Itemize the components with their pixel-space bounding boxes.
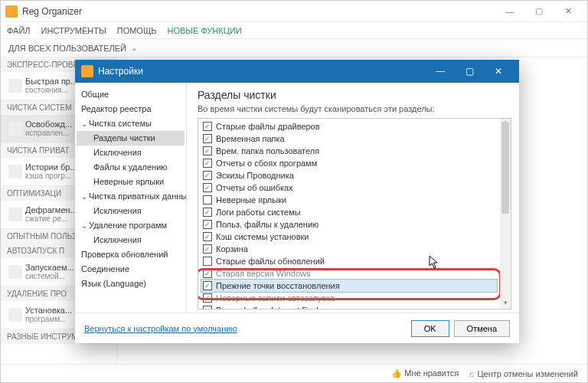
users-dropdown[interactable]: ДЛЯ ВСЕХ ПОЛЬЗОВАТЕЛЕЙ ⌄	[1, 39, 587, 57]
settings-maximize-button[interactable]: ▢	[455, 62, 484, 80]
reset-defaults-link[interactable]: Вернуться к настройкам по умолчанию	[84, 324, 237, 333]
tree-node[interactable]: Чистка системы	[77, 116, 185, 131]
checklist-row[interactable]: ✓Временная папка	[201, 133, 497, 145]
checkbox[interactable]: ✓	[203, 232, 212, 241]
checkbox[interactable]: ✓	[203, 171, 212, 180]
tree-node[interactable]: Исключения	[77, 233, 185, 247]
checklist-row[interactable]: ✓Польз. файлы к удалению	[201, 218, 497, 231]
checklist-row[interactable]: Старые файлы обновлений	[201, 255, 497, 267]
menu-file[interactable]: ФАЙЛ	[7, 26, 31, 35]
checklist-label: Отчеты об ошибках	[216, 183, 293, 192]
settings-minimize-button[interactable]: —	[426, 62, 455, 80]
settings-dialog: Настройки — ▢ ✕ ОбщиеРедактор реестраЧис…	[75, 60, 519, 343]
tree-node[interactable]: Файлы к удалению	[77, 160, 185, 175]
status-bar: 👍 Мне нравится ⎌ Центр отмены изменений	[1, 364, 587, 382]
checklist: ✓Старые файлы драйверов✓Временная папка✓…	[198, 118, 511, 309]
checkbox[interactable]: ✓	[203, 281, 212, 290]
chevron-down-icon: ⌄	[131, 43, 138, 53]
tree-node[interactable]: Редактор реестра	[77, 102, 185, 116]
checklist-row[interactable]: ✓Эскизы Проводника	[201, 169, 497, 182]
checklist-row[interactable]: ✓Неверные записи автозапуска	[201, 292, 497, 304]
checkbox[interactable]: ✓	[203, 269, 212, 278]
scroll-thumb[interactable]	[501, 122, 509, 214]
checklist-label: Эскизы Проводника	[216, 171, 294, 180]
checklist-row[interactable]: ✓Отчеты о сбоях программ	[201, 157, 497, 169]
checklist-label: Корзина	[216, 244, 248, 254]
checklist-row[interactable]: ✓Прежние точки восстановления	[201, 280, 497, 292]
app-title: Reg Organizer	[22, 6, 495, 17]
settings-close-button[interactable]: ✕	[484, 62, 513, 80]
sidebar-item-icon	[8, 208, 22, 221]
tree-node[interactable]: Чистка приватных данных	[77, 189, 185, 204]
ok-button[interactable]: OK	[411, 320, 449, 337]
checklist-label: Прежние точки восстановления	[216, 281, 340, 290]
checklist-row[interactable]: Неверные ярлыки	[201, 194, 497, 206]
checklist-label: Врем. файлы Internet Explorer	[216, 306, 333, 309]
main-menu: ФАЙЛ ИНСТРУМЕНТЫ ПОМОЩЬ НОВЫЕ ФУНКЦИИ	[1, 22, 587, 39]
checkbox[interactable]	[203, 195, 212, 205]
undo-center-link[interactable]: ⎌ Центр отмены изменений	[469, 369, 578, 378]
tree-node[interactable]: Соединение	[77, 262, 185, 277]
checklist-row[interactable]: ✓Отчеты об ошибках	[201, 182, 497, 194]
scroll-down-icon[interactable]: ▾	[500, 299, 511, 309]
checklist-row[interactable]: ✓Врем. папка пользователя	[201, 145, 497, 157]
checklist-row[interactable]: ✓Врем. файлы Internet Explorer	[201, 304, 497, 309]
checklist-row[interactable]: ✓Логи работы системы	[201, 206, 497, 218]
settings-titlebar: Настройки — ▢ ✕	[75, 60, 519, 83]
checkbox[interactable]: ✓	[203, 208, 212, 217]
checklist-label: Неверные ярлыки	[216, 195, 286, 205]
settings-title: Настройки	[98, 66, 426, 77]
checkbox[interactable]	[203, 257, 212, 266]
checkbox[interactable]: ✓	[203, 134, 212, 143]
checkbox[interactable]: ✓	[203, 220, 212, 229]
checkbox[interactable]: ✓	[203, 244, 212, 254]
scrollbar[interactable]: ▴ ▾	[500, 119, 511, 309]
panel-desc: Во время чистки системы будут сканироват…	[198, 104, 511, 113]
sidebar-item-icon	[8, 265, 22, 279]
sidebar-item-icon	[8, 165, 22, 178]
checkbox[interactable]: ✓	[203, 146, 212, 155]
checklist-row[interactable]: ✓Корзина	[201, 243, 497, 255]
tree-node[interactable]: Неверные ярлыки	[77, 175, 185, 189]
cancel-button[interactable]: Отмена	[454, 320, 510, 337]
menu-new-functions[interactable]: НОВЫЕ ФУНКЦИИ	[167, 26, 241, 35]
app-icon	[81, 65, 93, 77]
thumb-up-icon: 👍	[391, 368, 402, 378]
checklist-row[interactable]: ✓Старая версия Windows	[201, 267, 497, 280]
sidebar-item-icon	[8, 79, 22, 93]
checkbox[interactable]: ✓	[203, 306, 212, 309]
minimize-button[interactable]: —	[495, 2, 524, 21]
settings-footer: Вернуться к настройкам по умолчанию OK О…	[75, 313, 519, 343]
close-button[interactable]: ✕	[554, 2, 583, 21]
checklist-row[interactable]: ✓Кэш системы установки	[201, 231, 497, 243]
like-link[interactable]: 👍 Мне нравится	[391, 368, 459, 378]
tree-node[interactable]: Язык (Language)	[77, 277, 185, 291]
tree-node[interactable]: Разделы чистки	[77, 131, 185, 146]
checklist-row[interactable]: ✓Старые файлы драйверов	[201, 120, 497, 133]
checklist-label: Кэш системы установки	[216, 232, 309, 241]
tree-node[interactable]: Общие	[77, 87, 185, 102]
menu-tools[interactable]: ИНСТРУМЕНТЫ	[41, 26, 106, 35]
checklist-label: Логи работы системы	[216, 208, 301, 217]
checklist-label: Старые файлы обновлений	[216, 257, 325, 266]
tree-node[interactable]: Проверка обновлений	[77, 247, 185, 262]
checklist-label: Отчеты о сбоях программ	[216, 159, 317, 168]
menu-help[interactable]: ПОМОЩЬ	[117, 26, 157, 35]
checklist-label: Неверные записи автозапуска	[216, 293, 335, 303]
checkbox[interactable]: ✓	[203, 183, 212, 192]
sidebar-item-icon	[8, 122, 22, 136]
tree-node[interactable]: Удаление программ	[77, 218, 185, 233]
checklist-label: Врем. папка пользователя	[216, 146, 319, 155]
checkbox[interactable]: ✓	[203, 159, 212, 168]
checkbox[interactable]: ✓	[203, 293, 212, 303]
checklist-label: Временная папка	[216, 134, 285, 143]
checklist-label: Старые файлы драйверов	[216, 122, 320, 131]
maximize-button[interactable]: ▢	[524, 2, 554, 21]
checklist-label: Польз. файлы к удалению	[216, 220, 318, 229]
main-titlebar: Reg Organizer — ▢ ✕	[1, 1, 587, 22]
tree-node[interactable]: Исключения	[77, 146, 185, 160]
tree-node[interactable]: Исключения	[77, 204, 185, 218]
checkbox[interactable]: ✓	[203, 122, 212, 131]
panel-title: Разделы чистки	[198, 89, 511, 101]
app-icon	[5, 5, 18, 18]
